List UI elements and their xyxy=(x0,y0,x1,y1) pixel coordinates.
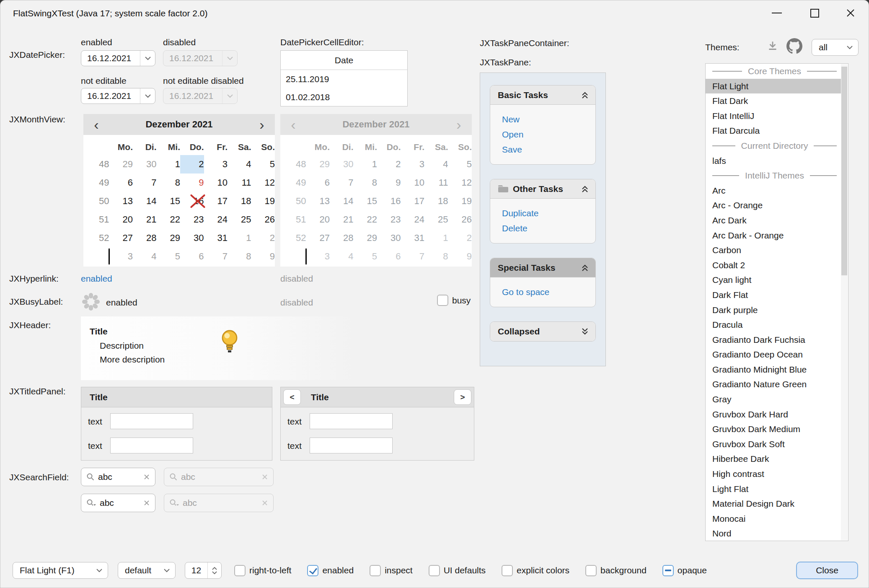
theme-item[interactable]: Gradianto Midnight Blue xyxy=(706,362,841,377)
taskpane-link[interactable]: Duplicate xyxy=(502,206,595,221)
theme-item[interactable]: Gruvbox Dark Soft xyxy=(706,437,841,452)
theme-item[interactable]: Arc - Orange xyxy=(706,198,841,213)
collapse-chevron-icon[interactable] xyxy=(580,91,590,99)
theme-item[interactable]: High contrast xyxy=(706,466,841,482)
day-cell[interactable]: 15 xyxy=(157,192,181,210)
day-cell[interactable]: 6 xyxy=(180,247,204,266)
scrollbar[interactable] xyxy=(841,64,848,540)
text-input[interactable] xyxy=(310,438,393,453)
day-cell[interactable]: 27 xyxy=(109,229,133,247)
theme-item[interactable]: Gradianto Deep Ocean xyxy=(706,347,841,362)
day-cell[interactable]: 14 xyxy=(133,192,157,210)
day-cell[interactable]: 12 xyxy=(251,174,275,192)
checkbox-box[interactable] xyxy=(662,565,674,576)
option-checkbox[interactable]: right-to-left xyxy=(234,565,291,576)
theme-item[interactable]: Flat Light xyxy=(706,79,841,94)
text-input[interactable] xyxy=(110,438,193,453)
theme-item[interactable]: Core Themes xyxy=(706,64,841,79)
checkbox-box[interactable] xyxy=(370,565,381,576)
day-cell[interactable]: 2 xyxy=(180,155,204,174)
theme-item[interactable]: Nord xyxy=(706,526,841,541)
option-checkbox[interactable]: inspect xyxy=(370,565,413,576)
taskpane-link[interactable]: Go to space xyxy=(502,285,595,300)
option-checkbox[interactable]: UI defaults xyxy=(429,565,486,576)
clear-search-button[interactable] xyxy=(143,500,150,506)
day-cell[interactable]: 9 xyxy=(251,247,275,266)
day-cell[interactable]: 4 xyxy=(133,247,157,266)
datepicker-value[interactable]: 16.12.2021 xyxy=(81,53,140,63)
font-size-spinner[interactable]: 12 xyxy=(185,562,222,579)
datepicker-dropdown-button[interactable] xyxy=(140,88,155,104)
titledpanel-next-button[interactable]: > xyxy=(454,389,471,405)
taskpane-header[interactable]: Basic Tasks xyxy=(490,85,595,105)
theme-item[interactable]: Current Directory xyxy=(706,138,841,153)
option-checkbox[interactable]: opaque xyxy=(662,565,707,576)
theme-item[interactable]: Flat IntelliJ xyxy=(706,109,841,124)
searchfield-enabled[interactable] xyxy=(81,468,155,486)
theme-item[interactable]: Cobalt 2 xyxy=(706,258,841,273)
day-cell[interactable]: 16 xyxy=(180,192,204,210)
datepicker-enabled[interactable]: 16.12.2021 xyxy=(81,50,155,66)
day-cell[interactable]: 29 xyxy=(109,155,133,174)
collapse-chevron-icon[interactable] xyxy=(580,185,590,193)
table-row[interactable]: 01.02.2018 xyxy=(281,88,407,106)
option-checkbox[interactable]: enabled xyxy=(307,565,354,576)
search-input[interactable] xyxy=(100,498,140,508)
theme-item[interactable]: Gradianto Dark Fuchsia xyxy=(706,332,841,347)
checkbox-box[interactable] xyxy=(234,565,246,576)
checkbox-box[interactable] xyxy=(437,295,448,306)
day-cell[interactable]: 24 xyxy=(204,210,228,229)
close-window-button[interactable] xyxy=(841,5,860,21)
theme-item[interactable]: Dracula xyxy=(706,317,841,332)
theme-item[interactable]: Flat Dark xyxy=(706,93,841,109)
theme-item[interactable]: Monocai xyxy=(706,511,841,526)
checkbox-box[interactable] xyxy=(429,565,440,576)
theme-item[interactable]: Gruvbox Dark Medium xyxy=(706,422,841,437)
day-cell[interactable]: 13 xyxy=(109,192,133,210)
text-input[interactable] xyxy=(310,413,393,429)
day-cell[interactable]: 5 xyxy=(157,247,181,266)
theme-item[interactable]: Light Flat xyxy=(706,482,841,497)
day-cell[interactable]: 7 xyxy=(204,247,228,266)
day-cell[interactable]: 9 xyxy=(180,174,204,192)
clear-search-button[interactable] xyxy=(143,474,150,480)
day-cell[interactable]: 2 xyxy=(251,229,275,247)
scrollbar-thumb[interactable] xyxy=(841,67,847,275)
day-cell[interactable]: 1 xyxy=(157,155,181,174)
spinner-buttons[interactable] xyxy=(208,562,221,578)
table-row[interactable]: 25.11.2019 xyxy=(281,70,407,88)
datepicker-dropdown-button[interactable] xyxy=(140,51,155,66)
checkbox-box[interactable] xyxy=(307,565,318,576)
search-input[interactable] xyxy=(98,472,140,482)
collapse-chevron-icon[interactable] xyxy=(580,264,590,272)
theme-item[interactable]: Arc Dark - Orange xyxy=(706,228,841,243)
taskpane-link[interactable]: Open xyxy=(502,127,595,142)
spinner-value[interactable]: 12 xyxy=(185,562,208,578)
day-cell[interactable]: 11 xyxy=(228,174,251,192)
theme-item[interactable]: Arc Dark xyxy=(706,213,841,228)
day-cell[interactable]: 31 xyxy=(204,229,228,247)
day-cell[interactable]: 1 xyxy=(228,229,251,247)
day-cell[interactable]: 22 xyxy=(157,210,181,229)
option-checkbox[interactable]: explicit colors xyxy=(502,565,569,576)
option-checkbox[interactable]: background xyxy=(585,565,647,576)
day-cell[interactable]: 28 xyxy=(133,229,157,247)
theme-item[interactable]: Carbon xyxy=(706,243,841,258)
busy-checkbox[interactable]: busy xyxy=(437,295,471,306)
theme-item[interactable]: Gruvbox Dark Hard xyxy=(706,407,841,422)
font-combo[interactable]: default xyxy=(118,562,176,579)
expand-chevron-icon[interactable] xyxy=(580,328,590,335)
day-cell[interactable]: 26 xyxy=(251,210,275,229)
day-cell[interactable]: 8 xyxy=(157,174,181,192)
prev-month-button[interactable]: ‹ xyxy=(90,118,103,131)
day-cell[interactable]: 4 xyxy=(228,155,251,174)
maximize-button[interactable] xyxy=(805,5,824,21)
day-cell[interactable]: 3 xyxy=(204,155,228,174)
datepicker-not-editable[interactable]: 16.12.2021 xyxy=(81,88,155,104)
theme-item[interactable]: Dark purple xyxy=(706,303,841,318)
day-cell[interactable]: 7 xyxy=(133,174,157,192)
day-cell[interactable]: 18 xyxy=(228,192,251,210)
day-cell[interactable]: 17 xyxy=(204,192,228,210)
day-cell[interactable]: 10 xyxy=(204,174,228,192)
day-cell[interactable]: 30 xyxy=(180,229,204,247)
